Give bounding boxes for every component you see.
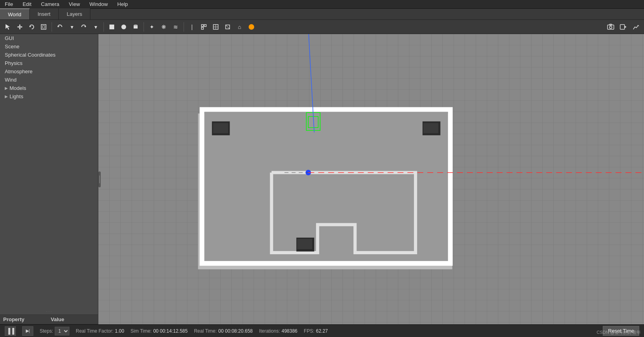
point-light-tool[interactable]: ✦	[146, 21, 157, 32]
translate-tool[interactable]	[14, 21, 25, 32]
real-time-factor-item: Real Time Factor: 1.00	[76, 328, 124, 334]
snap-tool3[interactable]	[210, 21, 221, 32]
sidebar-item-wind[interactable]: Wind	[0, 76, 98, 84]
menu-camera[interactable]: Camera	[38, 0, 62, 8]
iterations-item: Iterations: 498386	[259, 328, 297, 334]
spot-light-tool[interactable]: ≋	[170, 21, 181, 32]
sidebar: GUI Scene Spherical Coordinates Physics …	[0, 34, 98, 324]
chart-btn[interactable]	[631, 21, 642, 32]
real-time-value: 00 00:08:20.658	[218, 328, 253, 334]
step-btn[interactable]: ▶|	[22, 326, 33, 336]
sidebar-item-lights[interactable]: ▶ Lights	[0, 92, 98, 101]
svg-line-23	[226, 25, 230, 29]
snap-tool1[interactable]: |	[186, 21, 197, 32]
select-tool[interactable]	[2, 21, 13, 32]
svg-marker-0	[6, 24, 10, 30]
svg-point-26	[610, 26, 612, 29]
svg-rect-16	[201, 25, 203, 27]
iterations-value: 498386	[282, 328, 297, 334]
svg-point-24	[249, 24, 254, 30]
svg-marker-6	[21, 26, 23, 28]
screenshot-btn[interactable]	[605, 21, 616, 32]
cylinder-tool[interactable]	[130, 21, 141, 32]
property-col-label: Property	[0, 315, 48, 324]
statusbar: ▐▐ ▶| Steps: 1 2 5 Real Time Factor: 1.0…	[0, 324, 644, 337]
menu-window[interactable]: Window	[86, 0, 111, 8]
property-header: Property Value	[0, 315, 98, 324]
sidebar-item-atmosphere[interactable]: Atmosphere	[0, 67, 98, 76]
fps-label: FPS:	[304, 328, 314, 334]
menu-help[interactable]: Help	[114, 0, 131, 8]
svg-point-15	[134, 25, 138, 26]
sidebar-item-scene[interactable]: Scene	[0, 42, 98, 51]
property-panel: Property Value	[0, 314, 98, 324]
iterations-label: Iterations:	[259, 328, 280, 334]
sim-time-item: Sim Time: 00 00:14:12.585	[130, 328, 188, 334]
dir-light-tool[interactable]: ❋	[158, 21, 169, 32]
color-indicator[interactable]	[246, 21, 257, 32]
svg-rect-12	[109, 25, 114, 29]
real-time-label: Real Time:	[194, 328, 217, 334]
undo-btn[interactable]	[54, 21, 65, 32]
svg-marker-11	[84, 26, 86, 27]
viewport[interactable]	[98, 34, 644, 324]
menubar: File Edit Camera View Window Help	[0, 0, 644, 9]
svg-marker-7	[30, 26, 31, 27]
sep3	[144, 22, 144, 32]
value-col-label: Value	[48, 315, 67, 324]
scale-tool[interactable]	[38, 21, 49, 32]
main-layout: GUI Scene Spherical Coordinates Physics …	[0, 34, 644, 324]
real-time-factor-value: 1.00	[115, 328, 124, 334]
grid-canvas	[98, 34, 644, 324]
svg-marker-29	[625, 26, 627, 28]
menu-file[interactable]: File	[2, 0, 16, 8]
sep4	[184, 22, 184, 32]
sep1	[52, 22, 52, 32]
svg-rect-9	[42, 26, 45, 28]
svg-point-13	[121, 25, 126, 29]
snap-tool2[interactable]	[198, 21, 209, 32]
snap-tool5[interactable]: ⌂	[234, 21, 245, 32]
models-arrow-icon: ▶	[5, 86, 8, 90]
redo-arrow[interactable]: ▾	[90, 21, 101, 32]
toolbar: ▾ ▾ ✦ ❋ ≋ | ⌂	[0, 20, 644, 34]
svg-rect-17	[204, 25, 206, 27]
sim-time-label: Sim Time:	[130, 328, 151, 334]
menu-edit[interactable]: Edit	[19, 0, 34, 8]
undo-arrow[interactable]: ▾	[66, 21, 77, 32]
watermark: CSDN @奋斗的好青年	[597, 329, 641, 335]
steps-item: Steps: 1 2 5	[40, 327, 69, 335]
svg-marker-4	[19, 28, 21, 30]
redo-btn[interactable]	[78, 21, 89, 32]
svg-marker-10	[58, 26, 59, 27]
video-btn[interactable]	[618, 21, 629, 32]
steps-label: Steps:	[40, 328, 53, 334]
sidebar-item-models[interactable]: ▶ Models	[0, 84, 98, 92]
svg-marker-5	[17, 26, 19, 28]
fps-value: 62.27	[316, 328, 328, 334]
real-time-item: Real Time: 00 00:08:20.658	[194, 328, 253, 334]
tab-layers[interactable]: Layers	[59, 8, 90, 19]
tab-insert[interactable]: Insert	[30, 8, 59, 19]
tabbar: World Insert Layers	[0, 9, 644, 20]
sidebar-item-gui[interactable]: GUI	[0, 34, 98, 42]
lights-arrow-icon: ▶	[5, 94, 8, 99]
sim-time-value: 00 00:14:12.585	[153, 328, 188, 334]
svg-rect-18	[201, 27, 203, 29]
rotate-tool[interactable]	[26, 21, 37, 32]
menu-view[interactable]: View	[66, 0, 83, 8]
box-tool[interactable]	[106, 21, 117, 32]
pause-btn[interactable]: ▐▐	[5, 326, 16, 336]
resize-handle[interactable]	[98, 171, 101, 187]
snap-tool4[interactable]	[222, 21, 233, 32]
sidebar-item-spherical[interactable]: Spherical Coordinates	[0, 51, 98, 59]
sphere-tool[interactable]	[118, 21, 129, 32]
tab-world[interactable]: World	[0, 8, 30, 19]
svg-marker-3	[19, 24, 21, 26]
world-panel: GUI Scene Spherical Coordinates Physics …	[0, 34, 98, 308]
toolbar-right	[605, 21, 642, 32]
fps-item: FPS: 62.27	[304, 328, 328, 334]
sep2	[104, 22, 104, 32]
steps-select[interactable]: 1 2 5	[55, 327, 69, 335]
sidebar-item-physics[interactable]: Physics	[0, 59, 98, 67]
